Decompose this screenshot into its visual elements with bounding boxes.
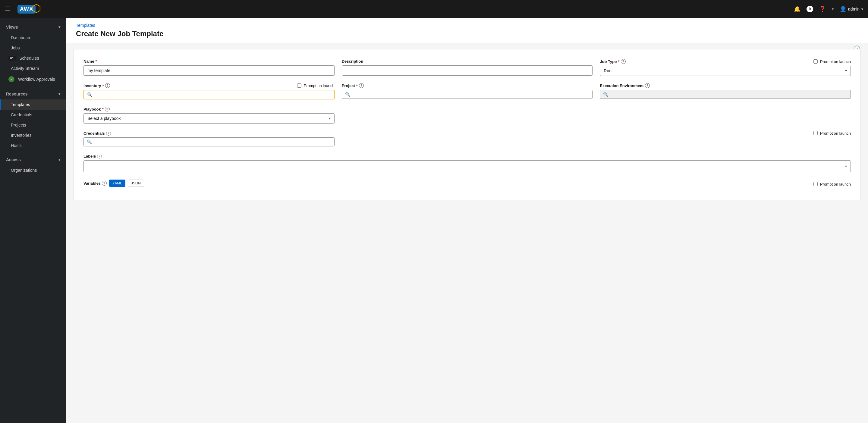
playbook-help-icon[interactable]: ? [105,107,110,111]
variables-prompt-label[interactable]: Prompt on launch [813,182,851,187]
job-type-help-icon[interactable]: ? [621,59,626,64]
description-field: Description [342,59,593,76]
create-job-template-form: Name * Description Job Type [73,49,861,200]
notification-count-badge[interactable]: 0 [807,6,813,12]
help-icon[interactable]: ❓ [819,6,826,12]
sidebar-section-access[interactable]: Access ▾ [0,154,66,165]
user-avatar-icon: 👤 [840,6,846,12]
name-field: Name * [84,59,335,76]
hamburger-menu-icon[interactable]: ☰ [5,5,10,13]
job-type-field: Job Type * ? Prompt on launch Run Check [600,59,851,76]
sidebar-item-credentials-label: Credentials [11,112,32,117]
labels-help-icon[interactable]: ? [97,154,102,159]
sidebar-item-schedules-label: Schedules [19,56,39,61]
inventory-prompt-checkbox[interactable] [297,84,301,88]
user-menu[interactable]: 👤 admin ▾ [840,6,863,12]
sidebar-views-chevron-icon: ▾ [59,25,60,29]
sidebar-item-organizations[interactable]: Organizations [0,165,66,175]
execution-environment-label: Execution Environment [600,84,644,88]
inventory-prompt-label[interactable]: Prompt on launch [297,84,335,88]
variables-help-icon[interactable]: ? [102,181,107,186]
name-input[interactable] [84,65,335,76]
sidebar-resources-chevron-icon: ▾ [59,92,60,96]
help-chevron-icon[interactable]: ▾ [832,7,834,11]
credentials-search-wrap[interactable]: 🔍 [84,137,335,147]
execution-environment-help-icon[interactable]: ? [645,83,650,88]
credentials-prompt-text: Prompt on launch [820,131,851,136]
job-type-select-wrap[interactable]: Run Check ▾ [600,66,851,76]
job-type-prompt-checkbox[interactable] [813,59,818,64]
page-title: Create New Job Template [76,30,858,38]
sidebar-item-jobs-label: Jobs [11,45,20,50]
sidebar-item-templates-label: Templates [11,102,30,107]
project-search-input[interactable] [352,92,590,97]
sidebar-item-inventories[interactable]: Inventories [0,130,66,140]
job-type-label: Job Type [600,59,617,64]
user-name: admin [848,7,860,11]
notification-bell-icon[interactable]: 🔔 [794,6,801,12]
labels-dropdown[interactable]: ▾ [84,160,851,172]
json-toggle-button[interactable]: JSON [128,180,144,187]
sidebar-item-hosts-label: Hosts [11,143,22,148]
credentials-prompt-checkbox[interactable] [813,131,818,135]
sidebar-section-resources-label: Resources [6,92,28,96]
variables-prompt-checkbox[interactable] [813,182,818,186]
credentials-label: Credentials [84,131,105,136]
sidebar-item-jobs[interactable]: Jobs [0,43,66,53]
playbook-required-star: * [102,107,104,111]
sidebar-item-credentials[interactable]: Credentials [0,110,66,120]
job-type-required-star: * [618,59,619,64]
sidebar: Views ▾ Dashboard Jobs 61 Schedules Acti… [0,18,66,423]
project-field: Project * ? 🔍 [342,83,593,99]
credentials-search-input[interactable] [94,139,331,144]
playbook-select-wrap[interactable]: Select a playbook ▾ [84,113,335,124]
sidebar-item-workflow-approvals-label: Workflow Approvals [18,77,55,82]
project-search-wrap[interactable]: 🔍 [342,90,593,99]
sidebar-item-schedules[interactable]: 61 Schedules [0,53,66,63]
sidebar-item-hosts[interactable]: Hosts [0,140,66,151]
sidebar-item-projects-label: Projects [11,123,26,127]
sidebar-item-templates[interactable]: Templates [0,99,66,110]
sidebar-section-resources[interactable]: Resources ▾ [0,89,66,99]
sidebar-item-organizations-label: Organizations [11,168,37,173]
sidebar-item-workflow-approvals[interactable]: ✓ Workflow Approvals [0,73,66,85]
breadcrumb[interactable]: Templates [76,23,858,28]
credentials-search-icon: 🔍 [87,139,92,144]
project-help-icon[interactable]: ? [359,83,364,88]
playbook-select[interactable]: Select a playbook [87,116,331,121]
project-search-icon: 🔍 [345,92,350,97]
form-row-2: Inventory * ? Prompt on launch 🔍 [84,83,851,99]
inventory-search-input[interactable] [95,92,331,97]
inventory-required-star: * [102,84,104,88]
job-type-select[interactable]: Run Check [604,68,847,73]
job-type-prompt-label[interactable]: Prompt on launch [813,59,851,64]
yaml-toggle-button[interactable]: YAML [109,180,125,187]
main-content: Templates Create New Job Template 🕐 Name… [66,18,868,423]
inventory-search-wrap[interactable]: 🔍 [84,90,335,99]
description-input[interactable] [342,65,593,76]
inventory-help-icon[interactable]: ? [105,83,110,88]
execution-environment-search-input[interactable] [611,92,847,97]
inventory-field: Inventory * ? Prompt on launch 🔍 [84,83,335,99]
credentials-prompt-label[interactable]: Prompt on launch [813,131,851,136]
credentials-help-icon[interactable]: ? [106,131,111,136]
execution-environment-search-wrap[interactable]: 🔍 [600,90,851,99]
form-row-4: Credentials ? Prompt on launch 🔍 [84,131,851,147]
name-required-star: * [95,59,97,64]
sidebar-item-inventories-label: Inventories [11,133,31,138]
schedules-badge: 61 [8,56,16,61]
user-menu-chevron-icon: ▾ [861,7,863,11]
playbook-field: Playbook * ? Select a playbook ▾ [84,107,335,124]
page-header: Templates Create New Job Template 🕐 [66,18,868,43]
variables-prompt-text: Prompt on launch [820,182,851,187]
sidebar-item-activity-stream[interactable]: Activity Stream [0,63,66,73]
name-label: Name [84,59,94,64]
logo-hex-icon: ⬡ [32,3,41,14]
sidebar-section-views[interactable]: Views ▾ [0,22,66,33]
sidebar-item-activity-stream-label: Activity Stream [11,66,39,71]
form-row-1: Name * Description Job Type [84,59,851,76]
sidebar-item-projects[interactable]: Projects [0,120,66,130]
sidebar-item-dashboard[interactable]: Dashboard [0,33,66,43]
playbook-label: Playbook [84,107,101,111]
form-row-5: Labels ? ▾ [84,154,851,172]
